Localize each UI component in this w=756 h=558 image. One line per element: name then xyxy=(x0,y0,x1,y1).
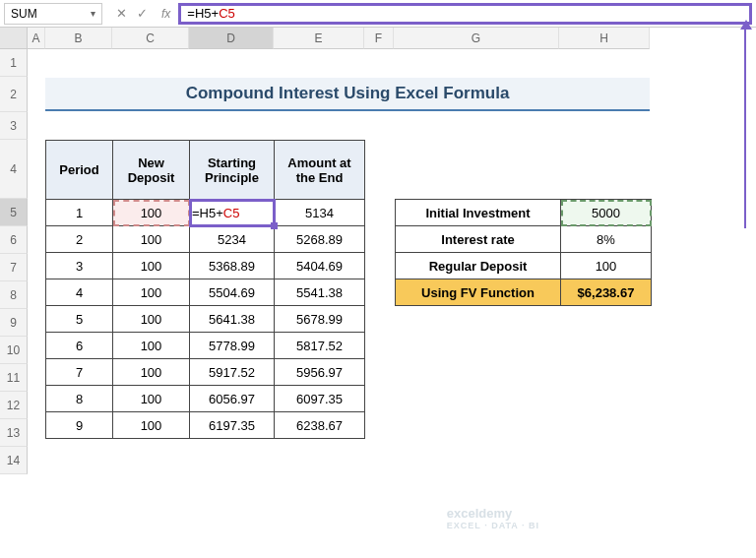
cell[interactable]: 6197.35 xyxy=(190,412,275,439)
name-box-value: SUM xyxy=(11,7,37,21)
table-row: Regular Deposit100 xyxy=(396,253,652,279)
cell[interactable]: 9 xyxy=(46,412,113,439)
col-header[interactable]: B xyxy=(45,28,112,49)
col-header[interactable]: D xyxy=(189,28,274,49)
spreadsheet-grid: 1 2 3 4 5 6 7 8 9 10 11 12 13 14 A B C D… xyxy=(0,28,756,558)
cell[interactable]: 100 xyxy=(113,412,190,439)
cell[interactable]: 5641.38 xyxy=(190,306,275,333)
cell[interactable]: 2 xyxy=(46,226,113,253)
cell[interactable]: 6097.35 xyxy=(275,386,365,412)
col-header[interactable]: H xyxy=(559,28,650,49)
row-header[interactable]: 12 xyxy=(0,392,28,419)
cell-d5-editing[interactable]: =H5+C5 xyxy=(190,200,275,226)
formula-bar: SUM ▾ ✕ ✓ fx =H5+C5 xyxy=(0,0,756,28)
cell-formula-ref: C5 xyxy=(223,206,240,220)
cell[interactable]: 5404.69 xyxy=(275,253,365,279)
cell[interactable]: 5956.97 xyxy=(275,359,365,386)
param-label[interactable]: Using FV Function xyxy=(396,279,561,306)
col-header[interactable]: C xyxy=(112,28,189,49)
param-label[interactable]: Regular Deposit xyxy=(396,253,561,279)
table-row: 1 100 =H5+C5 5134 xyxy=(46,200,365,226)
table-row: 41005504.695541.38 xyxy=(46,279,365,306)
cell[interactable]: 5268.89 xyxy=(275,226,365,253)
confirm-icon[interactable]: ✓ xyxy=(137,6,148,21)
table-row: 91006197.356238.67 xyxy=(46,412,365,439)
fx-icon[interactable]: fx xyxy=(161,7,178,21)
select-all-corner[interactable] xyxy=(0,28,28,49)
header-period[interactable]: Period xyxy=(46,141,113,200)
cancel-icon[interactable]: ✕ xyxy=(116,6,127,21)
cell[interactable]: 5234 xyxy=(190,226,275,253)
cell[interactable]: 7 xyxy=(46,359,113,386)
row-header[interactable]: 7 xyxy=(0,254,28,281)
header-end[interactable]: Amount at the End xyxy=(275,141,365,200)
name-box-dropdown-icon[interactable]: ▾ xyxy=(91,8,95,19)
cell[interactable]: 4 xyxy=(46,279,113,306)
cell[interactable]: 5134 xyxy=(275,200,365,226)
cell[interactable]: 5504.69 xyxy=(190,279,275,306)
row-header[interactable]: 6 xyxy=(0,226,28,254)
cell[interactable]: $6,238.67 xyxy=(561,279,652,306)
param-label[interactable]: Interest rate xyxy=(396,226,561,253)
cell[interactable]: 100 xyxy=(113,306,190,333)
cell[interactable]: 100 xyxy=(113,226,190,253)
cell[interactable]: 100 xyxy=(561,253,652,279)
cell[interactable]: 5778.99 xyxy=(190,333,275,359)
header-start[interactable]: Starting Principle xyxy=(190,141,275,200)
name-box[interactable]: SUM ▾ xyxy=(4,3,102,25)
row-header[interactable]: 13 xyxy=(0,419,28,447)
row-header[interactable]: 5 xyxy=(0,199,28,226)
cell[interactable]: 5 xyxy=(46,306,113,333)
row-1[interactable] xyxy=(45,49,756,77)
cell[interactable]: 8% xyxy=(561,226,652,253)
cell[interactable]: 5917.52 xyxy=(190,359,275,386)
cell[interactable]: 3 xyxy=(46,253,113,279)
param-label[interactable]: Initial Investment xyxy=(396,200,561,226)
fill-handle[interactable] xyxy=(271,222,278,229)
row-3[interactable] xyxy=(45,112,756,140)
page-title[interactable]: Compound Interest Using Excel Formula xyxy=(45,78,650,111)
row-header[interactable]: 4 xyxy=(0,140,28,199)
table-row: Using FV Function$6,238.67 xyxy=(396,279,652,306)
col-header[interactable]: F xyxy=(364,28,394,49)
cell[interactable]: 100 xyxy=(113,253,190,279)
cell[interactable]: 5817.52 xyxy=(275,333,365,359)
header-deposit[interactable]: New Deposit xyxy=(113,141,190,200)
row-header[interactable]: 2 xyxy=(0,77,28,112)
watermark: exceldemy EXCEL · DATA · BI xyxy=(447,506,539,530)
row-header[interactable]: 8 xyxy=(0,281,28,309)
table-row: 31005368.895404.69 xyxy=(46,253,365,279)
parameters-block: Initial Investment5000 Interest rate8% R… xyxy=(395,199,652,439)
row-2[interactable]: Compound Interest Using Excel Formula xyxy=(45,77,756,112)
cell[interactable]: 6238.67 xyxy=(275,412,365,439)
formula-text-prefix: =H5+ xyxy=(187,6,219,21)
cell[interactable]: 100 xyxy=(113,359,190,386)
row-header[interactable]: 10 xyxy=(0,337,28,364)
column-headers: A B C D E F G H xyxy=(28,28,756,49)
cell[interactable]: 100 xyxy=(113,279,190,306)
compound-interest-table: Period New Deposit Starting Principle Am… xyxy=(45,140,365,439)
row-header[interactable]: 9 xyxy=(0,309,28,337)
row-header[interactable]: 1 xyxy=(0,49,28,77)
formula-input[interactable]: =H5+C5 xyxy=(178,3,752,25)
row-header[interactable]: 14 xyxy=(0,447,28,474)
col-header[interactable]: G xyxy=(394,28,559,49)
cell[interactable]: 8 xyxy=(46,386,113,412)
cell-c5[interactable]: 100 xyxy=(113,200,190,226)
cell-h5[interactable]: 5000 xyxy=(561,200,652,226)
row-header[interactable]: 3 xyxy=(0,112,28,140)
row-header[interactable]: 11 xyxy=(0,364,28,392)
main-content-row: Period New Deposit Starting Principle Am… xyxy=(45,140,756,439)
cell[interactable]: 5368.89 xyxy=(190,253,275,279)
col-header[interactable]: E xyxy=(274,28,364,49)
cell[interactable]: 6 xyxy=(46,333,113,359)
formula-text-ref: C5 xyxy=(219,6,235,21)
cell[interactable]: 5541.38 xyxy=(275,279,365,306)
cell[interactable]: 5678.99 xyxy=(275,306,365,333)
table-row: 71005917.525956.97 xyxy=(46,359,365,386)
cell[interactable]: 100 xyxy=(113,333,190,359)
cell[interactable]: 100 xyxy=(113,386,190,412)
cell[interactable]: 6056.97 xyxy=(190,386,275,412)
cell[interactable]: 1 xyxy=(46,200,113,226)
col-header[interactable]: A xyxy=(28,28,45,49)
